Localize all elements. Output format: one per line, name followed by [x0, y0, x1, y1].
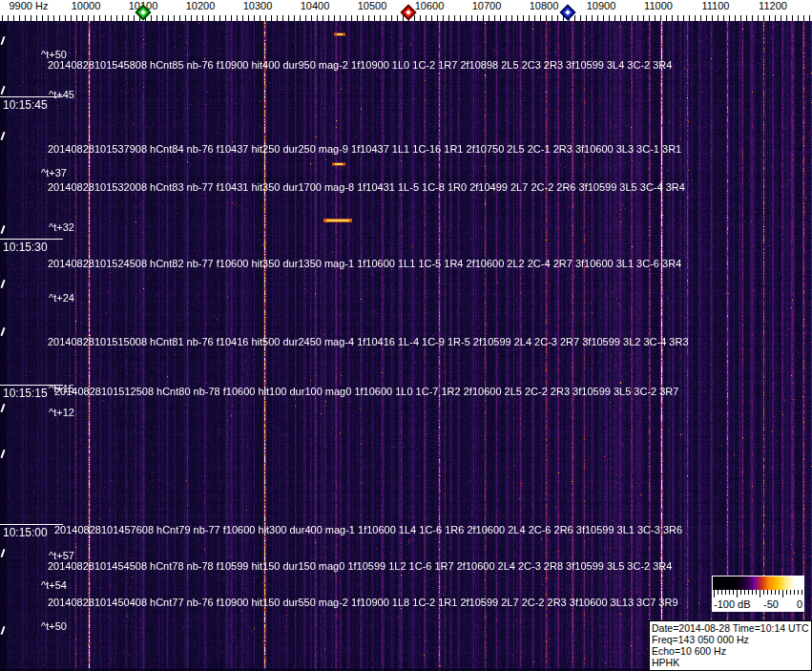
freq-axis-tick: [803, 15, 804, 21]
color-scale-tick: [744, 590, 745, 595]
freq-axis-tick: [191, 15, 192, 21]
freq-axis-tick: [391, 15, 392, 21]
freq-axis-tick: [94, 15, 94, 21]
freq-axis-tick: [340, 15, 341, 21]
freq-axis-tick: [740, 15, 741, 21]
info-echo: Echo=10 600 Hz: [652, 645, 809, 657]
freq-axis-tick: [65, 15, 66, 21]
freq-axis-tick: [775, 15, 776, 21]
freq-axis-tick: [798, 15, 799, 21]
color-scale-tick: [782, 590, 783, 598]
freq-axis-tick: [752, 15, 753, 21]
db-color-scale: -100 dB -50 0: [712, 576, 804, 612]
color-scale-tick: [790, 590, 791, 595]
freq-axis-tick: [305, 15, 306, 21]
freq-axis-tick: [277, 15, 278, 21]
freq-axis-tick: [672, 15, 673, 21]
freq-axis-tick: [552, 15, 552, 21]
freq-axis-tick: [649, 15, 650, 21]
freq-axis-tick: [317, 15, 318, 21]
freq-axis-tick: [523, 15, 524, 21]
freq-axis-tick: [345, 15, 346, 21]
freq-axis-tick: [271, 15, 272, 21]
freq-axis-tick: [431, 15, 432, 21]
freq-axis-tick: [414, 15, 415, 21]
freq-axis-tick: [265, 15, 266, 21]
freq-axis-tick: [483, 15, 484, 21]
freq-axis-tick: [13, 15, 14, 21]
freq-axis-tick: [8, 15, 9, 21]
color-scale-tick: [779, 590, 780, 595]
freq-axis-tick: [225, 15, 226, 21]
db-min-label: -100 dB: [714, 598, 751, 610]
color-scale-tick: [767, 590, 768, 595]
meteor-spectrogram-screen: 9900 Hz100001010010200103001040010500106…: [0, 0, 812, 671]
color-scale-tick: [725, 590, 726, 595]
freq-axis-tick: [718, 15, 718, 21]
freq-axis-tick: [48, 15, 49, 21]
freq-axis-tick: [116, 15, 117, 21]
color-scale-tick: [740, 590, 741, 595]
freq-axis-tick: [231, 15, 232, 21]
freq-axis-tick: [42, 15, 43, 21]
spectrogram-waterfall-canvas: [0, 21, 812, 671]
freq-axis-tick: [723, 15, 724, 21]
color-scale-tick: [763, 590, 764, 595]
freq-axis-tick: [368, 15, 369, 21]
freq-axis-tick: [397, 15, 398, 21]
freq-axis-tick: [500, 15, 501, 21]
color-scale-tick: [737, 590, 738, 598]
color-scale-tick: [729, 590, 730, 595]
freq-axis-tick: [311, 15, 312, 21]
freq-axis-tick: [443, 15, 444, 21]
freq-axis-tick: [603, 15, 604, 21]
color-scale-tick: [748, 590, 749, 595]
freq-axis-tick: [574, 15, 575, 21]
color-scale-tick: [756, 590, 757, 595]
freq-axis-tick: [809, 15, 810, 21]
freq-axis-tick: [454, 15, 455, 21]
freq-axis-tick: [677, 15, 678, 21]
freq-axis-tick: [380, 15, 381, 21]
freq-axis-tick: [214, 15, 215, 21]
freq-axis-tick: [288, 15, 289, 21]
freq-axis-tick: [511, 15, 512, 21]
db-max-label: 0: [797, 598, 802, 610]
freq-axis-tick: [689, 15, 690, 21]
freq-axis-tick: [620, 15, 621, 21]
freq-axis-tick: [59, 15, 60, 21]
freq-axis-tick: [82, 15, 83, 21]
color-scale-tick: [794, 590, 795, 595]
freq-axis-tick: [374, 15, 375, 21]
freq-axis-tick: [506, 15, 507, 21]
freq-axis-tick: [666, 15, 667, 21]
color-scale-tick: [798, 590, 799, 595]
color-scale-tick: [721, 590, 722, 595]
freq-axis-tick: [294, 15, 295, 21]
freq-axis-tick: [489, 15, 489, 21]
freq-axis-tick: [2, 15, 3, 21]
freq-axis-label: 11200: [739, 0, 806, 11]
freq-axis-tick: [632, 15, 633, 21]
freq-axis-tick: [580, 15, 581, 21]
freq-axis-tick: [586, 15, 587, 21]
freq-axis-tick: [208, 15, 209, 21]
freq-axis-tick: [31, 15, 31, 21]
freq-axis-tick: [746, 15, 747, 21]
info-station: HPHK: [652, 657, 809, 668]
freq-axis-tick: [237, 15, 238, 21]
freq-axis-tick: [655, 15, 656, 21]
freq-axis-tick: [174, 15, 175, 21]
freq-axis-tick: [88, 15, 89, 21]
freq-axis-tick: [706, 15, 707, 21]
freq-axis-tick: [219, 15, 220, 21]
db-mid-label: -50: [763, 598, 779, 610]
freq-axis-tick: [695, 15, 696, 21]
freq-axis-tick: [781, 15, 781, 21]
freq-axis-tick: [735, 15, 736, 21]
color-scale-tick: [786, 590, 787, 595]
info-panel: Date=2014-08-28 Time=10:14 UTC Freq=143 …: [649, 620, 812, 671]
color-scale-tick: [752, 590, 753, 595]
freq-axis-tick: [53, 15, 54, 21]
freq-axis-tick: [420, 15, 421, 21]
